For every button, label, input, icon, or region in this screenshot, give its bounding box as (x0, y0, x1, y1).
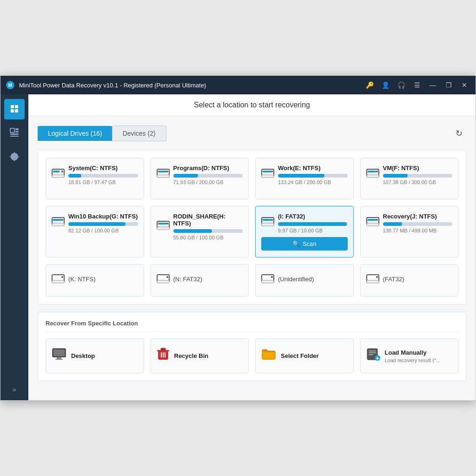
drive-progress-bg-2 (278, 174, 348, 178)
drive-size-6: 9.97 GB / 10.00 GB (278, 228, 348, 233)
support-icon[interactable]: 🎧 (395, 79, 408, 92)
svg-point-17 (166, 171, 168, 172)
maximize-button[interactable]: ❐ (442, 79, 455, 92)
drive-progress-bg-0 (68, 174, 138, 178)
tabs-row: Logical Drives (16) Devices (2) ↻ (38, 126, 466, 141)
drive-size-2: 133.24 GB / 200.00 GB (278, 179, 348, 185)
svg-point-21 (271, 171, 273, 172)
svg-rect-9 (10, 133, 19, 135)
sidebar-item-home[interactable] (4, 99, 25, 119)
svg-rect-66 (267, 351, 270, 352)
drive-name-6: (I: FAT32) (278, 213, 348, 220)
drive-card-1[interactable]: Programs(D: NTFS) 71.93 GB / 200.00 GB (151, 158, 249, 199)
drive-card-11[interactable]: (FAT32) (360, 264, 459, 297)
drive-card-6[interactable]: (I: FAT32) 9.97 GB / 10.00 GB 🔍 Scan (255, 206, 354, 258)
drives-section: System(C: NTFS) 18.81 GB / 97.47 GB (38, 150, 466, 304)
specific-card-desktop[interactable]: Desktop (46, 338, 144, 373)
scan-button[interactable]: 🔍 Scan (261, 237, 348, 251)
drive-name-9: (N: FAT32) (173, 276, 203, 283)
drive-progress-fill-2 (278, 174, 324, 178)
drive-card-5[interactable]: RODIN_SHARE(H: NTFS) 55.80 GB / 100.00 G… (151, 206, 249, 258)
svg-point-13 (61, 171, 63, 172)
drive-size-4: 82.12 GB / 100.00 GB (68, 228, 138, 233)
drive-card-9[interactable]: (N: FAT32) (151, 264, 249, 297)
svg-point-47 (166, 276, 168, 278)
menu-icon[interactable]: ☰ (410, 79, 423, 92)
drive-progress-bg-4 (68, 222, 138, 226)
home-icon (9, 103, 20, 116)
svg-rect-38 (262, 223, 274, 226)
drive-size-1: 71.93 GB / 200.00 GB (173, 179, 243, 185)
specific-card-recycle[interactable]: Recycle Bin (151, 338, 249, 373)
drive-progress-fill-5 (173, 229, 212, 233)
drive-icon-11 (366, 274, 379, 287)
drive-progress-fill-7 (383, 222, 403, 226)
drive-icon-3 (366, 168, 379, 181)
drive-progress-bg-5 (173, 229, 243, 233)
drive-size-7: 138.77 MB / 499.00 MB (383, 228, 453, 233)
svg-rect-54 (367, 280, 379, 283)
svg-rect-16 (158, 171, 166, 172)
drive-card-8[interactable]: (K: NTFS) (46, 264, 144, 297)
drive-progress-bg-3 (383, 174, 453, 178)
minimize-button[interactable]: — (426, 79, 439, 92)
drive-progress-fill-0 (68, 174, 81, 178)
drive-card-0[interactable]: System(C: NTFS) 18.81 GB / 97.47 GB (46, 158, 144, 199)
sidebar: » (0, 94, 28, 400)
svg-rect-24 (368, 171, 376, 172)
window-title: MiniTool Power Data Recovery v10.1 - Reg… (19, 82, 363, 89)
refresh-button[interactable]: ↻ (452, 126, 466, 140)
tab-devices[interactable]: Devices (2) (112, 126, 166, 141)
svg-rect-65 (262, 352, 275, 359)
drive-card-7[interactable]: Recovery(J: NTFS) 138.77 MB / 499.00 MB (360, 206, 459, 258)
svg-rect-10 (10, 136, 19, 137)
svg-rect-5 (15, 109, 18, 112)
svg-rect-6 (10, 128, 14, 132)
svg-point-41 (376, 219, 378, 221)
user-icon[interactable]: 👤 (379, 79, 392, 92)
folder-icon (261, 348, 276, 364)
svg-rect-42 (367, 223, 379, 226)
close-button[interactable]: ✕ (458, 79, 471, 92)
svg-rect-12 (53, 171, 60, 172)
drive-card-3[interactable]: VM(F: NTFS) 107.38 GB / 300.00 GB (360, 158, 459, 199)
svg-rect-34 (157, 227, 169, 230)
drive-name-2: Work(E: NTFS) (278, 165, 348, 172)
drive-icon-2 (261, 168, 274, 181)
recycle-label: Recycle Bin (174, 352, 209, 359)
drive-card-10[interactable]: (Unidentified) (255, 264, 354, 297)
sidebar-item-settings[interactable] (4, 147, 25, 168)
drive-icon-10 (261, 274, 274, 287)
drive-name-7: Recovery(J: NTFS) (383, 213, 453, 220)
sidebar-item-grid[interactable] (4, 123, 25, 144)
svg-point-25 (376, 171, 378, 172)
drive-name-1: Programs(D: NTFS) (173, 165, 243, 172)
svg-point-29 (61, 219, 63, 221)
svg-text:M: M (8, 83, 12, 88)
specific-section-title: Recover From Specific Location (46, 320, 458, 332)
sidebar-expand-button[interactable]: » (13, 386, 16, 393)
tab-logical-drives[interactable]: Logical Drives (16) (38, 126, 112, 141)
specific-card-load[interactable]: Load Manually Load recovery result (*... (360, 338, 459, 373)
svg-rect-26 (367, 175, 379, 178)
svg-rect-3 (15, 105, 18, 108)
key-icon[interactable]: 🔑 (363, 79, 376, 92)
svg-rect-18 (157, 175, 169, 178)
drive-icon-6 (261, 217, 274, 230)
svg-rect-45 (52, 280, 64, 283)
drive-icon-4 (52, 217, 65, 230)
drive-progress-fill-6 (278, 222, 347, 226)
drive-icon-1 (157, 168, 170, 181)
drive-card-2[interactable]: Work(E: NTFS) 133.24 GB / 200.00 GB (255, 158, 354, 199)
drive-icon-0 (52, 168, 65, 181)
svg-rect-32 (158, 223, 166, 225)
svg-rect-7 (15, 128, 19, 130)
drive-card-4[interactable]: Win10 Backup(G: NTFS) 82.12 GB / 100.00 … (46, 206, 144, 258)
drive-name-8: (K: NTFS) (68, 276, 96, 283)
svg-rect-48 (157, 280, 169, 283)
svg-point-33 (166, 223, 168, 225)
specific-card-folder[interactable]: Select Folder (255, 338, 354, 373)
svg-rect-2 (11, 105, 14, 108)
drive-name-3: VM(F: NTFS) (383, 165, 453, 172)
drive-icon-8 (52, 274, 65, 287)
